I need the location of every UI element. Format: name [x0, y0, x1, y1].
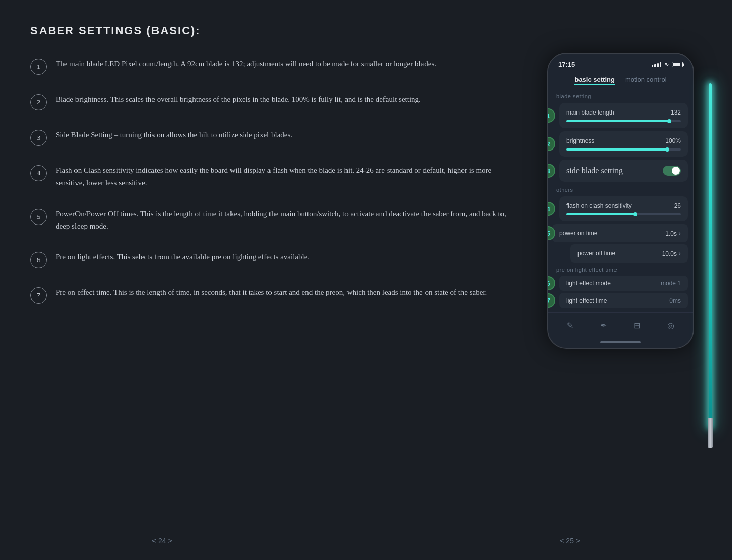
light-plain-row-7: light effect time 0ms	[559, 293, 688, 308]
instruction-item-2: 2 Blade brightness. This scales the over…	[30, 93, 519, 110]
row-right-5b: 10.0s ›	[662, 249, 681, 257]
instruction-text-5: PowerOn/Power Off times. This is the len…	[56, 208, 519, 233]
arrow-row-5a[interactable]: power on time 1.0s ›	[552, 224, 688, 242]
tab-motion-control[interactable]: motion control	[625, 76, 667, 85]
instruction-text-7: Pre on effect time. This is the length o…	[56, 286, 487, 299]
battery-icon	[672, 62, 683, 67]
blade-row-3: 3 side blade setting	[548, 158, 693, 183]
row-label-1: main blade length	[566, 109, 614, 116]
badge-1: 1	[547, 108, 555, 123]
instruction-text-4: Flash on Clash sensitivity indicates how…	[56, 164, 519, 190]
bottom-nav-compass[interactable]: ◎	[664, 318, 677, 333]
page-number-right: < 25 >	[560, 537, 580, 545]
instruction-item-6: 6 Pre on light effects. This selects fro…	[30, 251, 519, 268]
signal-icon	[652, 62, 661, 67]
bottom-nav-settings[interactable]: ⊟	[631, 318, 643, 333]
phone-bottom-nav: ✎ ✒ ⊟ ◎	[548, 312, 693, 337]
badge-4: 4	[547, 202, 555, 216]
instruction-item-3: 3 Side Blade Setting – turning this on a…	[30, 129, 519, 146]
row-value-7: 0ms	[669, 297, 681, 304]
circle-number-5: 5	[30, 209, 47, 225]
badge-6: 6	[547, 276, 555, 290]
phone-rows-area: blade setting 1 main blade length 132 2 …	[548, 90, 693, 309]
status-icons: ∿	[652, 61, 683, 68]
light-row-7: 7 light effect time 0ms	[548, 292, 693, 309]
slider-row-4: flash on clash sensitivity 26	[559, 196, 688, 221]
slider-track-2[interactable]	[566, 148, 681, 151]
circle-number-7: 7	[30, 287, 47, 304]
circle-number-4: 4	[30, 165, 47, 181]
instruction-text-6: Pre on light effects. This selects from …	[56, 251, 310, 264]
phone-nav: basic setting motion control	[548, 72, 693, 90]
circle-number-6: 6	[30, 252, 47, 268]
tab-basic-setting[interactable]: basic setting	[574, 76, 614, 85]
slider-track-4[interactable]	[566, 213, 681, 215]
instruction-text-1: The main blade LED Pixel count/length. A…	[56, 58, 436, 70]
others-row-5a: 5 power on time 1.0s ›	[548, 223, 693, 243]
toggle-3[interactable]	[663, 166, 681, 176]
row-value-2: 100%	[665, 137, 681, 144]
light-row-6: 6 light effect mode mode 1	[548, 275, 693, 292]
instruction-item-1: 1 The main blade LED Pixel count/length.…	[30, 58, 519, 75]
saber-blade	[709, 83, 712, 428]
badge-3: 3	[547, 164, 555, 178]
bottom-nav-edit[interactable]: ✒	[597, 318, 610, 333]
row-label-3: side blade setting	[566, 166, 623, 175]
phone-mockup: 17:15 ∿ basic setting motion control	[547, 53, 694, 349]
saber-hilt	[708, 418, 713, 448]
row-label-6: light effect mode	[566, 280, 611, 287]
section-others: others	[548, 183, 693, 195]
row-value-6: mode 1	[661, 280, 681, 287]
instruction-item-7: 7 Pre on effect time. This is the length…	[30, 286, 519, 304]
circle-number-1: 1	[30, 59, 47, 75]
circle-number-3: 3	[30, 130, 47, 146]
badge-2: 2	[547, 137, 555, 151]
instruction-text-3: Side Blade Setting – turning this on all…	[56, 129, 292, 141]
section-blade: blade setting	[548, 90, 693, 101]
others-row-5b: power off time 10.0s ›	[548, 243, 693, 264]
phone-container: 17:15 ∿ basic setting motion control	[540, 53, 702, 349]
blade-row-2: 2 brightness 100%	[548, 130, 693, 158]
bottom-nav-pencil[interactable]: ✎	[564, 318, 576, 333]
instruction-text-2: Blade brightness. This scales the overal…	[56, 93, 421, 106]
others-row-4: 4 flash on clash sensitivity 26	[548, 195, 693, 223]
status-time: 17:15	[558, 61, 575, 68]
home-indicator	[548, 337, 693, 348]
row-value-1: 132	[671, 109, 681, 116]
slider-row-1: main blade length 132	[559, 103, 688, 128]
wifi-icon: ∿	[664, 61, 669, 68]
row-label-5b: power off time	[577, 250, 615, 257]
row-label-5a: power on time	[559, 230, 597, 237]
instruction-item-4: 4 Flash on Clash sensitivity indicates h…	[30, 164, 519, 190]
row-right-5a: 1.0s ›	[665, 229, 681, 237]
blade-row-1: 1 main blade length 132	[548, 101, 693, 130]
toggle-row-3: side blade setting	[559, 160, 688, 182]
row-label-4: flash on clash sensitivity	[566, 202, 632, 209]
status-bar: 17:15 ∿	[548, 54, 693, 72]
slider-row-2: brightness 100%	[559, 131, 688, 157]
circle-number-2: 2	[30, 94, 47, 110]
row-label-7: light effect time	[566, 297, 607, 304]
row-label-2: brightness	[566, 137, 594, 144]
light-plain-row-6: light effect mode mode 1	[559, 276, 688, 291]
badge-7: 7	[547, 293, 555, 308]
instruction-item-5: 5 PowerOn/Power Off times. This is the l…	[30, 208, 519, 233]
row-value-4: 26	[674, 202, 681, 209]
section-light: pre on light effect time	[548, 264, 693, 275]
arrow-row-5b[interactable]: power off time 10.0s ›	[570, 244, 688, 263]
slider-track-1[interactable]	[566, 120, 681, 122]
page-number-left: < 24 >	[152, 537, 172, 545]
page-title: SABER SETTINGS (BASIC):	[0, 0, 732, 53]
phone-screen: 17:15 ∿ basic setting motion control	[548, 54, 693, 348]
instructions-panel: 1 The main blade LED Pixel count/length.…	[30, 53, 540, 322]
